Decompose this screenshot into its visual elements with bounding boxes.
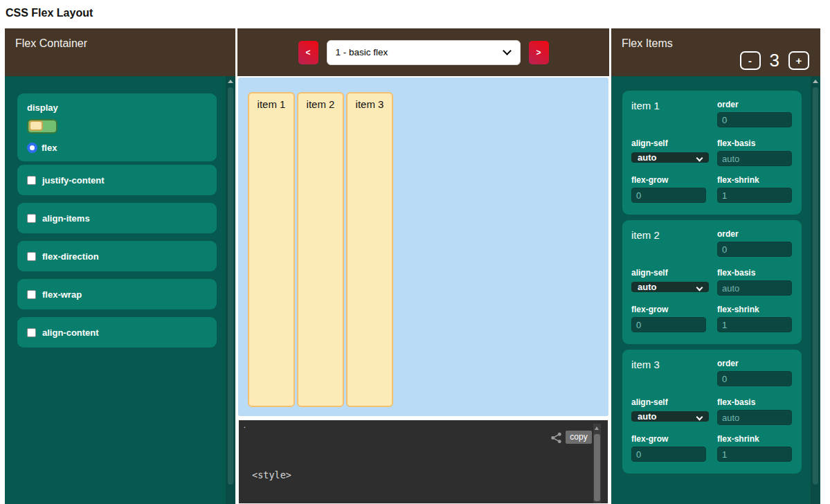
scroll-up-icon[interactable] xyxy=(595,426,599,430)
align-content-checkbox[interactable] xyxy=(27,328,36,337)
align-self-label: align-self xyxy=(631,138,709,148)
align-items-card[interactable]: align-items xyxy=(17,203,217,233)
code-panel: . copy <style> .flex-container { display… xyxy=(238,420,608,504)
item-2-card: item 2 order align-self auto flex-basis xyxy=(622,220,802,344)
flex-items-title: Flex Items xyxy=(622,37,673,50)
flex-items-header: Flex Items - 3 + xyxy=(611,28,820,76)
flex-container-title: Flex Container xyxy=(15,37,87,50)
align-content-label: align-content xyxy=(42,327,99,338)
flex-basis-label: flex-basis xyxy=(717,268,792,278)
item-3-title: item 3 xyxy=(631,357,660,370)
preset-toolbar: < 1 - basic flex > xyxy=(237,28,609,76)
flex-shrink-label: flex-shrink xyxy=(717,175,792,185)
preview-panel: < 1 - basic flex > item 1 item 2 item 3 … xyxy=(237,28,609,504)
align-self-label: align-self xyxy=(631,397,709,407)
item-3-flex-basis-input[interactable] xyxy=(717,410,792,425)
item-count-stepper: - 3 + xyxy=(740,50,809,71)
align-items-label: align-items xyxy=(42,213,90,224)
right-scrollbar-thumb[interactable] xyxy=(813,87,818,485)
stage-item-2: item 2 xyxy=(297,92,344,407)
scroll-up-icon[interactable] xyxy=(228,80,233,83)
next-preset-button[interactable]: > xyxy=(529,41,549,64)
code-scrollbar[interactable] xyxy=(593,424,601,503)
item-1-card: item 1 order align-self auto flex-basis xyxy=(622,91,802,215)
copy-button[interactable]: copy xyxy=(566,431,592,444)
flex-direction-label: flex-direction xyxy=(42,251,99,262)
flex-basis-label: flex-basis xyxy=(717,138,792,148)
left-scrollbar-thumb[interactable] xyxy=(228,87,233,485)
order-label: order xyxy=(717,229,792,239)
justify-content-label: justify-content xyxy=(42,175,105,186)
flex-grow-label: flex-grow xyxy=(631,175,709,185)
code-line: <style> xyxy=(252,469,587,482)
item-1-title: item 1 xyxy=(631,98,660,111)
flex-wrap-card[interactable]: flex-wrap xyxy=(17,279,217,309)
item-count: 3 xyxy=(770,50,779,71)
flex-container-header: Flex Container xyxy=(5,28,235,76)
add-item-button[interactable]: + xyxy=(788,51,809,70)
flex-basis-label: flex-basis xyxy=(717,397,792,407)
flex-container-body: display flex justify-content align-items… xyxy=(5,76,235,504)
align-self-label: align-self xyxy=(631,268,709,278)
right-panel-scrollbar[interactable] xyxy=(811,76,820,504)
code-bullet: . xyxy=(244,422,246,429)
display-label: display xyxy=(27,102,58,113)
justify-content-checkbox[interactable] xyxy=(27,176,36,185)
item-1-flex-basis-input[interactable] xyxy=(717,151,792,166)
flex-direction-card[interactable]: flex-direction xyxy=(17,241,217,271)
display-toggle[interactable] xyxy=(27,119,57,134)
item-1-align-self-select[interactable]: auto xyxy=(631,152,709,163)
flex-shrink-label: flex-shrink xyxy=(717,434,792,444)
item-3-flex-shrink-input[interactable] xyxy=(717,447,792,462)
flex-grow-label: flex-grow xyxy=(631,434,709,444)
justify-content-card[interactable]: justify-content xyxy=(17,165,217,195)
item-1-flex-grow-input[interactable] xyxy=(631,188,706,203)
item-2-flex-shrink-input[interactable] xyxy=(717,317,792,332)
item-3-order-input[interactable] xyxy=(717,371,792,386)
flex-grow-label: flex-grow xyxy=(631,305,709,314)
flex-items-panel: Flex Items - 3 + item 1 order align-self… xyxy=(611,28,820,504)
flex-container-panel: Flex Container display flex justify-cont… xyxy=(5,28,235,504)
display-toggle-knob xyxy=(29,120,43,131)
item-1-flex-shrink-input[interactable] xyxy=(717,188,792,203)
item-3-flex-grow-input[interactable] xyxy=(631,447,706,462)
preset-select[interactable]: 1 - basic flex xyxy=(327,40,521,65)
item-2-align-self-select[interactable]: auto xyxy=(631,282,709,292)
flex-shrink-label: flex-shrink xyxy=(717,305,792,314)
item-3-align-self-select[interactable]: auto xyxy=(631,411,709,422)
code-scrollbar-thumb[interactable] xyxy=(594,434,600,501)
code-block: <style> .flex-container { display: flex; xyxy=(252,447,587,504)
item-2-flex-basis-input[interactable] xyxy=(717,280,792,296)
flex-wrap-label: flex-wrap xyxy=(42,289,82,300)
flex-radio-label: flex xyxy=(42,143,57,153)
item-1-order-input[interactable] xyxy=(717,112,792,127)
remove-item-button[interactable]: - xyxy=(740,51,761,70)
stage-item-3: item 3 xyxy=(346,92,393,407)
flex-radio[interactable] xyxy=(27,143,37,153)
share-icon[interactable] xyxy=(550,432,562,444)
flex-stage: item 1 item 2 item 3 xyxy=(238,78,608,416)
order-label: order xyxy=(717,359,792,368)
align-items-checkbox[interactable] xyxy=(27,214,36,223)
flex-items-body: item 1 order align-self auto flex-basis xyxy=(611,76,820,504)
flex-wrap-checkbox[interactable] xyxy=(27,290,36,299)
item-2-flex-grow-input[interactable] xyxy=(631,317,706,332)
prev-preset-button[interactable]: < xyxy=(298,41,318,64)
left-panel-scrollbar[interactable] xyxy=(226,76,235,504)
align-content-card[interactable]: align-content xyxy=(17,317,217,348)
page-title: CSS Flex Layout xyxy=(6,7,93,19)
flex-direction-checkbox[interactable] xyxy=(27,252,36,261)
item-2-title: item 2 xyxy=(631,228,660,241)
stage-item-1: item 1 xyxy=(248,92,295,407)
display-property-card: display flex xyxy=(17,93,217,161)
scroll-up-icon[interactable] xyxy=(813,80,818,83)
order-label: order xyxy=(717,100,792,109)
item-2-order-input[interactable] xyxy=(717,242,792,257)
item-3-card: item 3 order align-self auto flex-basis xyxy=(622,350,802,474)
